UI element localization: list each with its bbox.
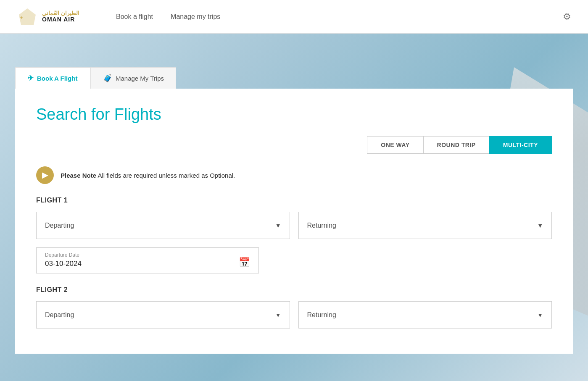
logo-english: OMAN AIR [42,16,79,23]
logo: ✈ الطيران العُماني OMAN AIR [17,6,92,27]
flight1-date-label: Departure Date [45,252,82,258]
flight2-section: FLIGHT 2 Departing ▼ Returning ▼ [36,286,552,328]
book-flight-tab-label: Book A Flight [37,75,77,82]
svg-text:✈: ✈ [20,16,23,20]
tab-manage-trips[interactable]: 🧳 Manage My Trips [91,67,176,89]
calendar-icon: 📅 [239,257,250,268]
flight1-returning-arrow: ▼ [537,222,543,229]
flight1-date-inner: Departure Date 03-10-2024 [45,252,82,268]
flight2-departing-label: Departing [45,311,74,319]
logo-text: الطيران العُماني OMAN AIR [42,11,79,23]
round-trip-button[interactable]: ROUND TRIP [423,136,489,154]
flight1-departing-dropdown[interactable]: Departing ▼ [36,212,290,239]
note-icon: ▶ [36,166,54,184]
manage-trips-tab-label: Manage My Trips [116,75,164,82]
tab-book-flight[interactable]: ✈ Book A Flight [15,67,91,89]
flight2-departing-dropdown[interactable]: Departing ▼ [36,301,290,328]
flight2-returning-arrow: ▼ [537,312,543,318]
flight1-departing-label: Departing [45,222,74,229]
main-card: Search for Flights ONE WAY ROUND TRIP MU… [15,89,573,354]
nav-manage-trips[interactable]: Manage my trips [164,10,227,24]
note-text: Please Note All fields are required unle… [61,172,235,179]
settings-icon[interactable]: ⚙ [563,11,571,22]
note-banner: ▶ Please Note All fields are required un… [36,166,552,184]
flight1-returning-label: Returning [307,222,336,229]
manage-trips-tab-icon: 🧳 [103,74,112,83]
tabs-row: ✈ Book A Flight 🧳 Manage My Trips [0,34,588,89]
flight1-dropdowns: Departing ▼ Returning ▼ [36,212,552,239]
nav-book-flight[interactable]: Book a flight [109,10,160,24]
book-flight-tab-icon: ✈ [27,74,34,83]
note-message: All fields are required unless marked as… [98,172,235,179]
flight1-section: FLIGHT 1 Departing ▼ Returning ▼ Departu… [36,197,552,273]
oman-air-logo-icon: ✈ [17,6,38,27]
multi-city-button[interactable]: MULTI-CITY [489,136,552,154]
one-way-button[interactable]: ONE WAY [367,136,423,154]
flight2-dropdowns: Departing ▼ Returning ▼ [36,301,552,328]
note-bold: Please Note [61,172,96,179]
flight1-departing-arrow: ▼ [275,222,281,229]
flight1-departure-date-field[interactable]: Departure Date 03-10-2024 📅 [36,247,259,273]
top-navigation: ✈ الطيران العُماني OMAN AIR Book a fligh… [0,0,588,34]
flight2-returning-label: Returning [307,311,336,319]
flight1-returning-dropdown[interactable]: Returning ▼ [298,212,552,239]
flight2-returning-dropdown[interactable]: Returning ▼ [298,301,552,328]
logo-arabic: الطيران العُماني [42,11,79,16]
nav-links: Book a flight Manage my trips [109,10,546,24]
flight2-label: FLIGHT 2 [36,286,552,294]
flight2-departing-arrow: ▼ [275,312,281,318]
page-title: Search for Flights [36,105,552,123]
trip-type-selector: ONE WAY ROUND TRIP MULTI-CITY [36,136,552,154]
flight1-date-value: 03-10-2024 [45,260,82,268]
background-area: ✈ Book A Flight 🧳 Manage My Trips Search… [0,34,588,381]
flight1-label: FLIGHT 1 [36,197,552,204]
